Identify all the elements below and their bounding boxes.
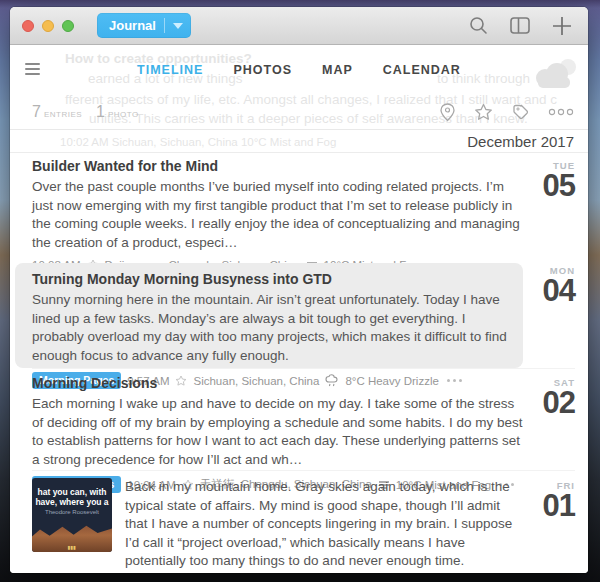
entry-date: MON 04: [523, 263, 575, 368]
journal-app-window: Journal How to create opportunities? ear…: [10, 7, 588, 573]
chevron-down-icon: [173, 23, 183, 29]
tag-filter-icon[interactable]: [511, 103, 530, 121]
month-header: December 2017: [467, 133, 574, 150]
journal-selector-label: Journal: [109, 18, 156, 33]
journal-entry[interactable]: Morning Decisions Each morning I wake up…: [32, 368, 575, 470]
entry-day-number: 01: [523, 491, 575, 521]
location-filter-icon[interactable]: [439, 103, 456, 122]
entry-title: Morning Decisions: [32, 375, 523, 392]
new-entry-plus-icon[interactable]: [552, 16, 572, 36]
entry-preview-text: Each morning I wake up and have to decid…: [32, 395, 523, 469]
entry-day-number: 02: [523, 388, 575, 418]
entry-photo-thumbnail[interactable]: hat you can, with have, where you a Theo…: [32, 478, 112, 552]
tab-map[interactable]: MAP: [322, 63, 353, 77]
star-filter-icon[interactable]: [474, 103, 493, 121]
search-icon[interactable]: [469, 16, 488, 35]
entry-title: Builder Wanted for the Mind: [32, 158, 523, 175]
menu-icon[interactable]: [25, 63, 40, 78]
journal-selector-button[interactable]: Journal: [97, 13, 191, 38]
quote-image-text: hat you can, with have, where you a Theo…: [32, 478, 112, 515]
journal-button-divider: [164, 18, 165, 33]
window-titlebar[interactable]: Journal: [10, 7, 588, 45]
tab-timeline[interactable]: TIMELINE: [137, 63, 203, 77]
tab-photos[interactable]: PHOTOS: [233, 63, 292, 77]
journal-entry[interactable]: hat you can, with have, where you a Theo…: [32, 470, 575, 571]
entry-title: Turning Monday Morning Busyness into GTD: [32, 271, 509, 288]
entry-date: SAT 02: [523, 375, 575, 470]
nav-bar: TIMELINE PHOTOS MAP CALENDAR: [10, 45, 588, 95]
journal-entry-selected[interactable]: Turning Monday Morning Busyness into GTD…: [32, 258, 575, 368]
selected-entry-highlight: Turning Monday Morning Busyness into GTD…: [15, 263, 523, 368]
entry-date: TUE 05: [523, 158, 575, 258]
split-view-icon[interactable]: [510, 17, 530, 34]
weather-cloud-icon: [530, 57, 580, 93]
minimize-window-button[interactable]: [42, 20, 54, 32]
month-header-row: December 2017: [10, 130, 588, 153]
entries-count: 7 ENTRIES: [32, 103, 82, 121]
stats-bar: 7 ENTRIES 1 PHOTO: [10, 95, 588, 130]
tab-calendar[interactable]: CALENDAR: [383, 63, 461, 77]
entry-day-number: 05: [523, 171, 575, 201]
more-options-icon[interactable]: [548, 108, 574, 116]
entry-preview-text: Over the past couple months I’ve buried …: [32, 178, 523, 252]
timeline-content: How to create opportunities? earned a lo…: [10, 45, 588, 573]
traffic-lights: [22, 20, 74, 32]
entry-preview-text: Sunny morning here in the mountain. Air …: [32, 291, 509, 365]
photos-count: 1 PHOTO: [96, 103, 139, 121]
quote-image-watermark: ▮▮▮: [32, 544, 112, 550]
zoom-window-button[interactable]: [62, 20, 74, 32]
close-window-button[interactable]: [22, 20, 34, 32]
entry-preview-text: Back in my mountain home. Gray skies aga…: [125, 478, 523, 571]
entry-day-number: 04: [523, 276, 575, 306]
entry-date: FRI 01: [523, 478, 575, 571]
journal-entry[interactable]: Builder Wanted for the Mind Over the pas…: [32, 153, 575, 258]
entries-list: Builder Wanted for the Mind Over the pas…: [10, 153, 588, 571]
